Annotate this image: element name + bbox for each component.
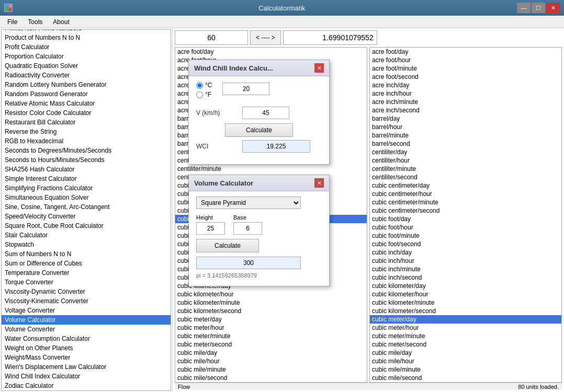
unit-item[interactable]: acre foot/day: [175, 48, 367, 56]
unit-item[interactable]: cubic mile/minute: [370, 365, 561, 374]
unit-item[interactable]: barrel/minute: [370, 131, 561, 140]
unit-item[interactable]: cubic foot/day: [370, 215, 561, 223]
wind-chill-close[interactable]: ✕: [314, 63, 324, 73]
base-input[interactable]: [233, 222, 262, 235]
list-item[interactable]: Stopwatch: [2, 240, 171, 249]
list-item[interactable]: Zodiac Calculator: [2, 381, 171, 390]
restore-button[interactable]: ☐: [532, 3, 545, 13]
list-item[interactable]: Stair Calculator: [2, 230, 171, 240]
list-item[interactable]: Torque Converter: [2, 278, 171, 287]
list-item[interactable]: Wien's Displacement Law Calculator: [2, 362, 171, 372]
list-item[interactable]: Water Consumption Calculator: [2, 334, 171, 343]
unit-item[interactable]: cubic mile/second: [175, 374, 367, 382]
unit-item[interactable]: cubic meter/second: [370, 340, 561, 349]
list-item[interactable]: Square Root, Cube Root Calculator: [2, 221, 171, 230]
unit-item[interactable]: cubic meter/minute: [370, 332, 561, 340]
unit-item[interactable]: cubic mile/second: [370, 374, 561, 382]
unit-item[interactable]: acre inch/hour: [370, 89, 561, 98]
unit-item[interactable]: centiliter/minute: [175, 165, 367, 173]
unit-item[interactable]: cubic mile/hour: [175, 357, 367, 365]
unit-item[interactable]: acre foot/minute: [370, 64, 561, 73]
height-input[interactable]: [196, 222, 225, 235]
calculator-list[interactable]: PPI (Pixels Per Inch) CalculatorPrefix C…: [1, 29, 171, 391]
list-item[interactable]: Simultaneous Equation Solver: [2, 193, 171, 202]
unit-item[interactable]: cubic centimeter/hour: [370, 190, 561, 198]
list-item[interactable]: RGB to Hexadecimal: [2, 136, 171, 146]
list-item[interactable]: Proportion Calculator: [2, 52, 171, 61]
unit-item[interactable]: centiliter/day: [370, 148, 561, 156]
list-item[interactable]: Resistor Color Code Calculator: [2, 108, 171, 118]
unit-item[interactable]: cubic kilometer/day: [370, 282, 561, 290]
list-item[interactable]: Wind Chill Index Calculator: [2, 372, 171, 381]
unit-item[interactable]: centiliter/hour: [370, 156, 561, 165]
unit-item[interactable]: acre inch/minute: [370, 98, 561, 106]
list-item[interactable]: Product of Numbers N to N: [2, 33, 171, 42]
unit-item[interactable]: cubic meter/second: [175, 340, 367, 349]
volume-calc-close[interactable]: ✕: [314, 178, 324, 188]
unit-item[interactable]: cubic foot/second: [370, 240, 561, 248]
unit-item[interactable]: cubic meter/hour: [370, 324, 561, 332]
velocity-input[interactable]: [242, 107, 289, 119]
unit-item[interactable]: cubic inch/hour: [370, 257, 561, 265]
unit-item[interactable]: centiliter/second: [370, 173, 561, 181]
menu-file[interactable]: File: [2, 17, 22, 27]
unit-item[interactable]: acre inch/second: [370, 106, 561, 114]
list-item[interactable]: Seconds to Hours/Minutes/Seconds: [2, 155, 171, 165]
unit-item[interactable]: cubic mile/minute: [175, 365, 367, 374]
unit-item[interactable]: cubic mile/hour: [370, 357, 561, 365]
unit-item[interactable]: acre foot/hour: [370, 56, 561, 64]
target-unit-list[interactable]: acre foot/dayacre foot/houracre foot/min…: [369, 47, 562, 383]
unit-item[interactable]: cubic kilometer/minute: [370, 298, 561, 307]
unit-item[interactable]: cubic inch/second: [370, 273, 561, 282]
list-item[interactable]: Simple Interest Calculator: [2, 174, 171, 183]
list-item[interactable]: Sum or Difference of Cubes: [2, 259, 171, 268]
temp-input[interactable]: [222, 83, 269, 95]
unit-item[interactable]: cubic kilometer/minute: [175, 298, 367, 307]
unit-item[interactable]: cubic kilometer/hour: [370, 290, 561, 298]
list-item[interactable]: Volume Calculator: [2, 315, 171, 325]
list-item[interactable]: Sum of Numbers N to N: [2, 249, 171, 259]
list-item[interactable]: Random Password Generator: [2, 89, 171, 99]
unit-item[interactable]: cubic foot/minute: [370, 232, 561, 240]
list-item[interactable]: SHA256 Hash Calculator: [2, 165, 171, 174]
list-item[interactable]: Viscosity-Dynamic Converter: [2, 287, 171, 296]
list-item[interactable]: Speed/Velocity Converter: [2, 212, 171, 221]
unit-item[interactable]: barrel/day: [370, 114, 561, 123]
unit-item[interactable]: cubic meter/day: [175, 315, 367, 324]
menu-about[interactable]: About: [48, 17, 74, 27]
unit-item[interactable]: cubic kilometer/hour: [175, 290, 367, 298]
unit-item[interactable]: acre inch/day: [370, 81, 561, 89]
minimize-button[interactable]: —: [517, 3, 531, 13]
list-item[interactable]: Simplifying Fractions Calculator: [2, 183, 171, 193]
list-item[interactable]: Viscosity-Kinematic Converter: [2, 296, 171, 306]
list-item[interactable]: Weight/Mass Converter: [2, 353, 171, 362]
unit-item[interactable]: cubic meter/minute: [175, 332, 367, 340]
list-item[interactable]: Quadratic Equation Solver: [2, 61, 171, 71]
celsius-radio[interactable]: [196, 82, 203, 89]
list-item[interactable]: Reverse the String: [2, 127, 171, 136]
converter-input[interactable]: [175, 30, 248, 45]
list-item[interactable]: Random Lottery Numbers Generator: [2, 80, 171, 89]
list-item[interactable]: Relative Atomic Mass Calculator: [2, 99, 171, 108]
shape-select[interactable]: Square Pyramid: [196, 197, 301, 209]
unit-item[interactable]: cubic kilometer/second: [175, 307, 367, 315]
unit-item[interactable]: cubic inch/day: [370, 248, 561, 257]
menu-tools[interactable]: Tools: [22, 17, 48, 27]
unit-item[interactable]: barrel/hour: [370, 123, 561, 131]
unit-item[interactable]: cubic centimeter/second: [370, 206, 561, 215]
list-item[interactable]: Seconds to Degrees/Minutes/Seconds: [2, 146, 171, 155]
unit-item[interactable]: cubic mile/day: [175, 349, 367, 357]
unit-item[interactable]: barrel/second: [370, 140, 561, 148]
list-item[interactable]: Radioactivity Converter: [2, 71, 171, 80]
unit-item[interactable]: centiliter/minute: [370, 165, 561, 173]
list-item[interactable]: Prime, Non-Prime Numbers: [2, 29, 171, 33]
list-item[interactable]: Restaurant Bill Calculator: [2, 118, 171, 127]
unit-item[interactable]: cubic foot/hour: [370, 223, 561, 232]
unit-item[interactable]: cubic kilometer/second: [370, 307, 561, 315]
fahrenheit-radio[interactable]: [196, 91, 203, 98]
unit-item[interactable]: cubic centimeter/day: [370, 181, 561, 190]
list-item[interactable]: Temperature Converter: [2, 268, 171, 278]
wind-chill-calc-button[interactable]: Calculate: [225, 123, 293, 137]
list-item[interactable]: Sine, Cosine, Tangent, Arc-Cotangent: [2, 202, 171, 212]
list-item[interactable]: Weight on Other Planets: [2, 343, 171, 353]
